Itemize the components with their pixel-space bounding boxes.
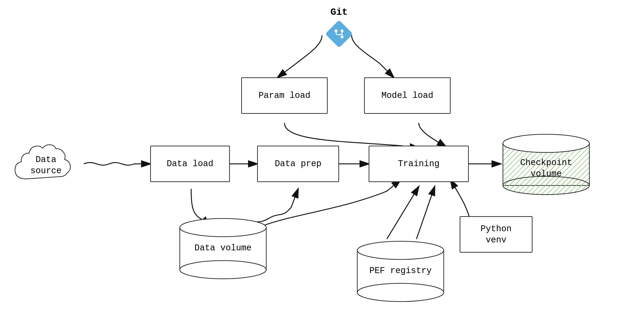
svg-point-17: [180, 260, 266, 279]
data-load-label: Data load: [166, 158, 213, 169]
git-node: Git: [314, 7, 364, 48]
checkpoint-volume-label: Checkpoint volume: [501, 157, 592, 180]
git-diamond-icon: [324, 20, 354, 48]
pef-registry-label: PEF registry: [355, 265, 446, 276]
python-venv-node: Python venv: [460, 216, 532, 252]
svg-point-18: [180, 218, 266, 237]
data-prep-node: Data prep: [257, 146, 339, 182]
svg-point-21: [357, 241, 444, 260]
training-node: Training: [369, 146, 469, 182]
svg-point-20: [357, 283, 444, 302]
svg-rect-6: [326, 20, 352, 47]
data-prep-label: Data prep: [275, 158, 321, 169]
diagram-container: Data source Data load Data prep Training…: [0, 0, 644, 330]
svg-line-4: [416, 186, 435, 239]
data-volume-node: Data volume: [178, 216, 268, 280]
param-load-node: Param load: [241, 78, 328, 114]
model-load-label: Model load: [382, 90, 433, 101]
data-volume-label: Data volume: [178, 242, 268, 254]
python-venv-label: Python venv: [480, 223, 512, 246]
pef-registry-node: PEF registry: [355, 239, 446, 303]
model-load-node: Model load: [364, 78, 450, 114]
data-source-node: Data source: [8, 138, 84, 190]
data-source-label: Data source: [30, 154, 62, 176]
git-label: Git: [330, 7, 348, 18]
param-load-label: Param load: [258, 90, 310, 101]
checkpoint-volume-node: Checkpoint volume: [501, 132, 592, 196]
data-load-node: Data load: [150, 146, 230, 182]
training-label: Training: [398, 158, 440, 169]
svg-point-15: [503, 134, 590, 152]
svg-line-5: [387, 186, 419, 239]
